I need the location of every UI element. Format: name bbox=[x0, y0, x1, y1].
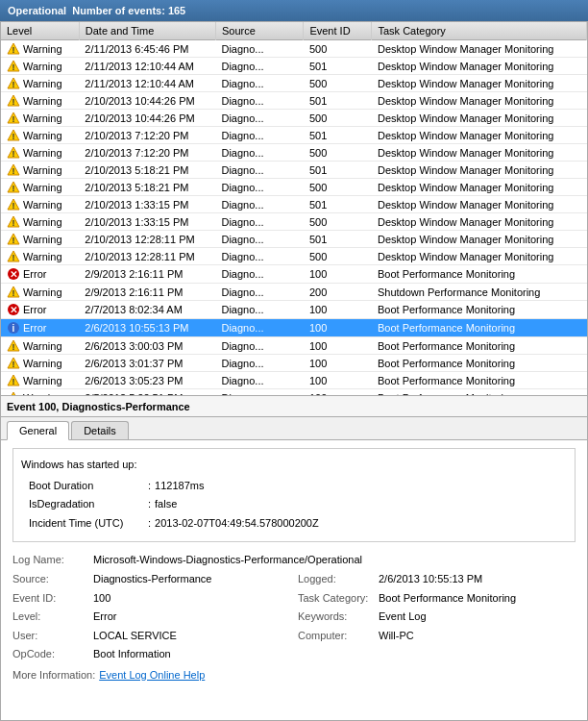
events-table: Level Date and Time Source Event ID Task… bbox=[1, 22, 587, 396]
source-cell: Diagno... bbox=[215, 213, 303, 231]
level-cell: !Warning bbox=[1, 110, 79, 127]
col-header-datetime[interactable]: Date and Time bbox=[79, 22, 215, 40]
table-row[interactable]: !Warning2/11/2013 12:10:44 AMDiagno...50… bbox=[1, 58, 587, 75]
svg-text:!: ! bbox=[12, 80, 15, 89]
event-count: Number of events: 165 bbox=[72, 5, 185, 16]
prop-incident-time-val: 2013-02-07T04:49:54.578000200Z bbox=[155, 515, 319, 533]
events-table-container[interactable]: Level Date and Time Source Event ID Task… bbox=[0, 21, 588, 396]
meta-more-info: More Information: Event Log Online Help bbox=[12, 667, 576, 684]
table-row[interactable]: !Warning2/10/2013 12:28:11 PMDiagno...50… bbox=[1, 248, 587, 265]
level-text: Warning bbox=[23, 199, 62, 211]
level-cell: !Warning bbox=[1, 337, 79, 355]
task-category-cell: Desktop Window Manager Monitoring bbox=[372, 196, 587, 213]
meta-log-name: Log Name: Microsoft-Windows-Diagnostics-… bbox=[12, 552, 576, 569]
meta-event-id-label: Event ID: bbox=[12, 590, 89, 608]
col-header-source[interactable]: Source bbox=[215, 22, 303, 40]
event-id-cell: 500 bbox=[304, 144, 372, 162]
svg-text:!: ! bbox=[12, 218, 15, 228]
datetime-cell: 2/9/2013 2:16:11 PM bbox=[79, 265, 215, 284]
table-row[interactable]: !Warning2/11/2013 12:10:44 AMDiagno...50… bbox=[1, 75, 587, 92]
task-category-cell: Desktop Window Manager Monitoring bbox=[372, 110, 587, 127]
table-row[interactable]: ✕Error2/7/2013 8:02:34 AMDiagno...100Boo… bbox=[1, 301, 587, 319]
table-row[interactable]: !Warning2/10/2013 10:44:26 PMDiagno...50… bbox=[1, 92, 587, 110]
svg-text:!: ! bbox=[12, 201, 15, 211]
level-cell: !Warning bbox=[1, 389, 79, 397]
source-cell: Diagno... bbox=[215, 284, 303, 301]
col-header-taskcategory[interactable]: Task Category bbox=[372, 22, 587, 40]
table-row[interactable]: !Warning2/10/2013 1:33:15 PMDiagno...501… bbox=[1, 196, 587, 213]
level-text: Warning bbox=[23, 112, 62, 124]
datetime-cell: 2/6/2013 3:01:37 PM bbox=[79, 355, 215, 372]
table-row[interactable]: iError2/6/2013 10:55:13 PMDiagno...100Bo… bbox=[1, 319, 587, 337]
event-id-cell: 500 bbox=[304, 179, 372, 196]
meta-keywords-value: Event Log bbox=[379, 609, 427, 626]
event-id-cell: 100 bbox=[304, 301, 372, 319]
meta-event-id-value: 100 bbox=[93, 590, 110, 608]
meta-event-id: Event ID: 100 bbox=[12, 590, 290, 608]
task-category-cell: Boot Performance Monitoring bbox=[372, 319, 587, 337]
meta-source: Source: Diagnostics-Performance bbox=[12, 571, 290, 588]
level-text: Warning bbox=[23, 95, 62, 107]
prop-boot-duration-sep: : bbox=[148, 478, 151, 495]
level-cell: !Warning bbox=[1, 75, 79, 92]
table-row[interactable]: !Warning2/10/2013 7:12:20 PMDiagno...500… bbox=[1, 144, 587, 162]
svg-text:i: i bbox=[12, 323, 15, 334]
table-row[interactable]: !Warning2/10/2013 5:18:21 PMDiagno...500… bbox=[1, 179, 587, 196]
event-general-content: Windows has started up: Boot Duration : … bbox=[1, 440, 587, 692]
source-cell: Diagno... bbox=[215, 389, 303, 397]
task-category-cell: Boot Performance Monitoring bbox=[372, 372, 587, 389]
level-cell: !Warning bbox=[1, 127, 79, 144]
source-cell: Diagno... bbox=[215, 110, 303, 127]
level-text: Warning bbox=[23, 251, 62, 262]
task-category-cell: Boot Performance Monitoring bbox=[372, 265, 587, 284]
more-info-link[interactable]: Event Log Online Help bbox=[99, 667, 205, 684]
col-header-eventid[interactable]: Event ID bbox=[304, 22, 372, 40]
prop-boot-duration-name: Boot Duration bbox=[29, 478, 144, 495]
table-row[interactable]: !Warning2/10/2013 12:28:11 PMDiagno...50… bbox=[1, 231, 587, 248]
task-category-cell: Boot Performance Monitoring bbox=[372, 301, 587, 319]
svg-text:!: ! bbox=[12, 184, 15, 193]
source-cell: Diagno... bbox=[215, 355, 303, 372]
source-cell: Diagno... bbox=[215, 144, 303, 162]
level-cell: !Warning bbox=[1, 179, 79, 196]
prop-incident-time-sep: : bbox=[148, 515, 151, 533]
level-text: Warning bbox=[23, 234, 62, 245]
table-row[interactable]: !Warning2/9/2013 2:16:11 PMDiagno...200S… bbox=[1, 284, 587, 301]
svg-text:!: ! bbox=[12, 360, 15, 369]
table-row[interactable]: !Warning2/11/2013 6:45:46 PMDiagno...500… bbox=[1, 40, 587, 58]
table-row[interactable]: !Warning2/6/2013 3:05:23 PMDiagno...100B… bbox=[1, 372, 587, 389]
task-category-cell: Boot Performance Monitoring bbox=[372, 337, 587, 355]
level-cell: !Warning bbox=[1, 231, 79, 248]
task-category-cell: Desktop Window Manager Monitoring bbox=[372, 231, 587, 248]
table-body: !Warning2/11/2013 6:45:46 PMDiagno...500… bbox=[1, 40, 587, 397]
datetime-cell: 2/10/2013 5:18:21 PM bbox=[79, 179, 215, 196]
source-cell: Diagno... bbox=[215, 231, 303, 248]
prop-isdegradation: IsDegradation : false bbox=[21, 496, 567, 513]
table-row[interactable]: !Warning2/10/2013 7:12:20 PMDiagno...501… bbox=[1, 127, 587, 144]
svg-text:!: ! bbox=[12, 45, 15, 55]
table-row[interactable]: !Warning2/5/2013 5:22:51 PMDiagno...100B… bbox=[1, 389, 587, 397]
tab-general[interactable]: General bbox=[7, 421, 69, 440]
table-row[interactable]: !Warning2/10/2013 10:44:26 PMDiagno...50… bbox=[1, 110, 587, 127]
event-message-box: Windows has started up: Boot Duration : … bbox=[12, 448, 576, 542]
table-row[interactable]: !Warning2/10/2013 5:18:21 PMDiagno...501… bbox=[1, 162, 587, 179]
tab-details[interactable]: Details bbox=[71, 421, 129, 439]
table-row[interactable]: !Warning2/6/2013 3:01:37 PMDiagno...100B… bbox=[1, 355, 587, 372]
meta-level-label: Level: bbox=[12, 609, 89, 626]
source-cell: Diagno... bbox=[215, 179, 303, 196]
table-row[interactable]: !Warning2/6/2013 3:00:03 PMDiagno...100B… bbox=[1, 337, 587, 355]
col-header-level[interactable]: Level bbox=[1, 22, 79, 40]
table-row[interactable]: ✕Error2/9/2013 2:16:11 PMDiagno...100Boo… bbox=[1, 265, 587, 284]
datetime-cell: 2/6/2013 3:05:23 PM bbox=[79, 372, 215, 389]
meta-keywords-label: Keywords: bbox=[298, 609, 375, 626]
meta-more-info-label: More Information: bbox=[12, 667, 95, 684]
meta-logged-value: 2/6/2013 10:55:13 PM bbox=[379, 571, 482, 588]
tab-bar: General Details bbox=[1, 417, 587, 440]
meta-logged-label: Logged: bbox=[298, 571, 375, 588]
table-row[interactable]: !Warning2/10/2013 1:33:15 PMDiagno...500… bbox=[1, 213, 587, 231]
meta-source-value: Diagnostics-Performance bbox=[93, 571, 212, 588]
event-title: Event 100, Diagnostics-Performance bbox=[7, 401, 190, 412]
level-cell: ✕Error bbox=[1, 301, 79, 319]
source-cell: Diagno... bbox=[215, 162, 303, 179]
level-cell: !Warning bbox=[1, 248, 79, 265]
